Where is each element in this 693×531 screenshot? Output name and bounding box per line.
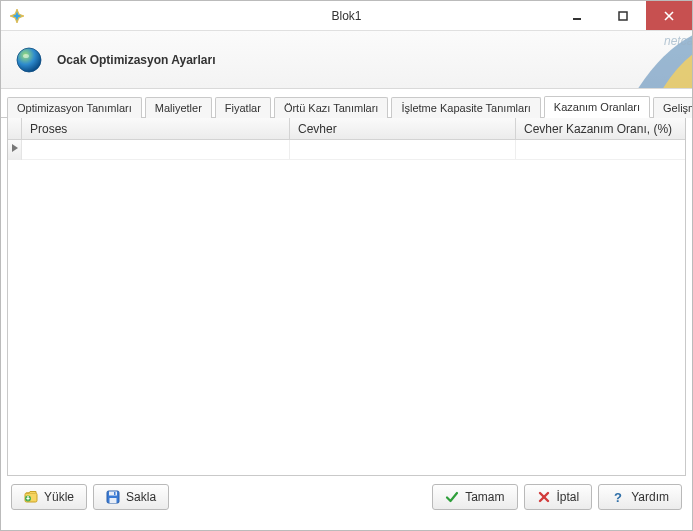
tab-gelismis-ayarlar[interactable]: Gelişmiş Ayarlar: [653, 97, 693, 118]
svg-rect-3: [619, 12, 627, 20]
tab-label: İşletme Kapasite Tanımları: [401, 102, 530, 114]
button-label: Yükle: [44, 490, 74, 504]
question-icon: ?: [611, 490, 625, 504]
maximize-button[interactable]: [600, 1, 646, 30]
svg-text:netcad: netcad: [664, 34, 692, 48]
check-icon: [445, 490, 459, 504]
grid-body: [8, 140, 685, 475]
tab-label: Maliyetler: [155, 102, 202, 114]
help-button[interactable]: ? Yardım: [598, 484, 682, 510]
tab-label: Örtü Kazı Tanımları: [284, 102, 379, 114]
close-button[interactable]: [646, 1, 692, 30]
tab-label: Kazanım Oranları: [554, 101, 640, 113]
tab-kazanim-oranlari[interactable]: Kazanım Oranları: [544, 96, 650, 118]
tab-ortu-kazi-tanimlari[interactable]: Örtü Kazı Tanımları: [274, 97, 389, 118]
grid-cells[interactable]: [22, 140, 685, 475]
svg-rect-16: [114, 492, 116, 495]
ok-button[interactable]: Tamam: [432, 484, 517, 510]
tab-fiyatlar[interactable]: Fiyatlar: [215, 97, 271, 118]
brand-graphic: netcad: [624, 31, 692, 89]
column-header-label: Cevher: [298, 122, 337, 136]
svg-point-7: [23, 54, 29, 58]
globe-icon: [15, 46, 43, 74]
cancel-button[interactable]: İptal: [524, 484, 593, 510]
page-header: Ocak Optimizasyon Ayarları netcad: [1, 31, 692, 89]
column-header-proses[interactable]: Proses: [22, 118, 290, 139]
tab-optimizasyon-tanimlari[interactable]: Optimizasyon Tanımları: [7, 97, 142, 118]
row-indicator-icon: [8, 140, 22, 160]
window-controls: [554, 1, 692, 30]
titlebar: Blok1: [1, 1, 692, 31]
button-label: Yardım: [631, 490, 669, 504]
save-icon: [106, 490, 120, 504]
load-button[interactable]: Yükle: [11, 484, 87, 510]
app-icon: [9, 8, 25, 24]
svg-marker-9: [12, 144, 18, 152]
data-grid[interactable]: Proses Cevher Cevher Kazanım Oranı, (%): [7, 118, 686, 476]
column-header-kazanim-orani[interactable]: Cevher Kazanım Oranı, (%): [516, 118, 685, 139]
cell-proses[interactable]: [22, 140, 290, 159]
svg-text:?: ?: [614, 490, 622, 504]
button-label: Sakla: [126, 490, 156, 504]
cell-cevher[interactable]: [290, 140, 516, 159]
tab-bar: Optimizasyon Tanımları Maliyetler Fiyatl…: [1, 89, 692, 118]
button-label: Tamam: [465, 490, 504, 504]
svg-marker-1: [13, 11, 22, 21]
tab-label: Gelişmiş Ayarlar: [663, 102, 693, 114]
minimize-button[interactable]: [554, 1, 600, 30]
cell-kazanim-orani[interactable]: [516, 140, 685, 159]
svg-point-6: [17, 48, 41, 72]
page-title: Ocak Optimizasyon Ayarları: [57, 53, 216, 67]
column-header-label: Cevher Kazanım Oranı, (%): [524, 122, 672, 136]
svg-rect-15: [110, 498, 117, 503]
column-header-label: Proses: [30, 122, 67, 136]
column-header-cevher[interactable]: Cevher: [290, 118, 516, 139]
svg-rect-2: [573, 18, 581, 20]
load-icon: [24, 490, 38, 504]
save-button[interactable]: Sakla: [93, 484, 169, 510]
grid-header-gutter: [8, 118, 22, 139]
table-row[interactable]: [22, 140, 685, 160]
cancel-icon: [537, 490, 551, 504]
tab-label: Optimizasyon Tanımları: [17, 102, 132, 114]
footer-bar: Yükle Sakla Tamam İptal: [1, 476, 692, 518]
tab-isletme-kapasite-tanimlari[interactable]: İşletme Kapasite Tanımları: [391, 97, 540, 118]
svg-rect-14: [109, 492, 117, 496]
grid-header-row: Proses Cevher Cevher Kazanım Oranı, (%): [8, 118, 685, 140]
tab-maliyetler[interactable]: Maliyetler: [145, 97, 212, 118]
button-label: İptal: [557, 490, 580, 504]
tab-label: Fiyatlar: [225, 102, 261, 114]
